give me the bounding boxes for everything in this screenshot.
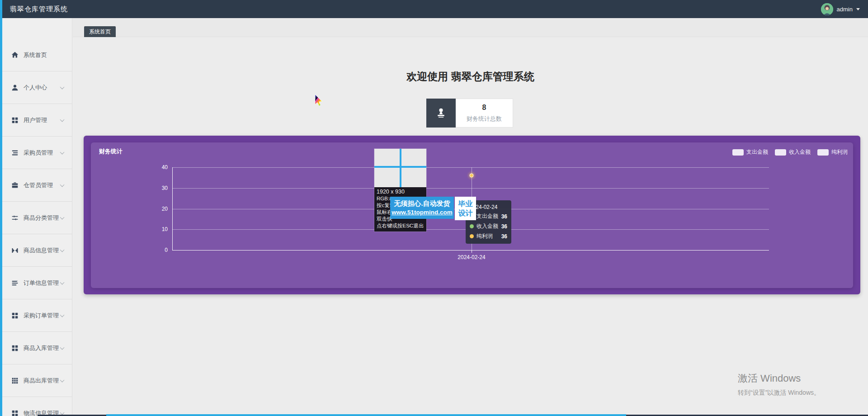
grid-icon bbox=[11, 116, 19, 124]
watermark-link[interactable]: www.51topmind.com bbox=[390, 208, 454, 217]
grid-icon bbox=[11, 409, 19, 416]
magnifier-hint-line: 点右键或按ESC退出 bbox=[377, 222, 424, 229]
sidebar-item-4[interactable]: 采购员管理 bbox=[0, 137, 72, 169]
chevron-down-icon bbox=[60, 117, 65, 122]
sidebar-item-10[interactable]: 商品入库管理 bbox=[0, 332, 72, 364]
chevron-down-icon bbox=[60, 215, 65, 219]
sidebar-item-label: 商品分类管理 bbox=[24, 214, 59, 222]
watermark-badge-line1: 毕业 bbox=[455, 199, 476, 208]
username: admin bbox=[837, 6, 853, 13]
chevron-down-icon bbox=[60, 182, 65, 187]
watermark-badge-line2: 设计 bbox=[455, 208, 476, 218]
stat-label: 财务统计总数 bbox=[467, 115, 502, 123]
chevron-down-icon bbox=[856, 8, 860, 10]
sidebar-item-3[interactable]: 用户管理 bbox=[0, 104, 72, 137]
sidebar-item-5[interactable]: 仓管员管理 bbox=[0, 169, 72, 202]
welcome-title: 欢迎使用 翡翠仓库管理系统 bbox=[73, 70, 868, 84]
sidebar-item-7[interactable]: 商品信息管理 bbox=[0, 234, 72, 267]
sidebar-item-label: 采购员管理 bbox=[24, 149, 53, 157]
grid9-icon bbox=[11, 377, 19, 385]
chevron-down-icon bbox=[60, 150, 65, 154]
gridline-y-0 bbox=[172, 250, 769, 251]
series-color-dot bbox=[470, 234, 474, 238]
grid-icon bbox=[11, 344, 19, 352]
sidebar-item-label: 商品入库管理 bbox=[24, 344, 59, 352]
user-menu[interactable]: admin bbox=[821, 0, 860, 18]
sidebar-item-label: 商品出库管理 bbox=[24, 377, 59, 385]
y-axis-tick-label: 20 bbox=[150, 206, 168, 212]
series-color-dot bbox=[470, 224, 474, 228]
y-axis-tick-label: 10 bbox=[150, 226, 168, 232]
watermark-banner: 无须担心.自动发货 www.51topmind.com bbox=[390, 197, 454, 219]
y-axis-tick-label: 0 bbox=[150, 247, 168, 253]
avatar[interactable] bbox=[821, 3, 833, 15]
chevron-down-icon bbox=[60, 312, 65, 317]
stat-card-finance[interactable]: 8 财务统计总数 bbox=[426, 99, 513, 128]
briefcase-icon bbox=[11, 181, 19, 189]
chevron-down-icon bbox=[60, 85, 65, 89]
lines-icon bbox=[11, 279, 19, 287]
tooltip-series-label: 纯利润 bbox=[476, 232, 493, 240]
watermark-badge: 毕业 设计 bbox=[455, 197, 476, 220]
x-axis-tick bbox=[472, 251, 472, 253]
sidebar-item-9[interactable]: 采购订单管理 bbox=[0, 299, 72, 332]
magnifier-view bbox=[374, 149, 426, 187]
tooltip-series-value: 36 bbox=[501, 223, 507, 230]
watermark-line1: 无须担心.自动发货 bbox=[390, 199, 454, 208]
windows-activation-watermark: 激活 Windows 转到“设置”以激活 Windows。 bbox=[738, 372, 820, 397]
sidebar-item-1[interactable]: 系统首页 bbox=[0, 39, 72, 71]
chevron-down-icon bbox=[60, 345, 65, 350]
tooltip-series-label: 支出金额 bbox=[476, 213, 498, 220]
data-point[interactable] bbox=[470, 174, 474, 178]
list-icon bbox=[11, 149, 19, 157]
seller-watermark: 无须担心.自动发货 www.51topmind.com 毕业 设计 bbox=[390, 197, 476, 220]
windows-activation-title: 激活 Windows bbox=[738, 372, 820, 385]
sidebar-item-label: 仓管员管理 bbox=[24, 181, 53, 189]
capture-bottom-border bbox=[106, 414, 626, 416]
y-axis-line bbox=[172, 167, 173, 251]
capture-left-border bbox=[0, 0, 2, 416]
sidebar-item-11[interactable]: 商品出库管理 bbox=[0, 364, 72, 397]
avatar-image bbox=[821, 3, 833, 15]
tooltip-row: 收入金额36 bbox=[470, 222, 507, 230]
app-root: 翡翠仓库管理系统 admin 系统首页个人中心用户管理采购员管理仓管员管理商品分… bbox=[0, 0, 868, 416]
tooltip-series-label: 收入金额 bbox=[476, 222, 498, 230]
sidebar-item-label: 系统首页 bbox=[24, 51, 47, 59]
sidebar-item-label: 商品信息管理 bbox=[24, 246, 59, 255]
stat-card-body: 8 财务统计总数 bbox=[456, 99, 513, 128]
gridline-y-40 bbox=[172, 167, 769, 168]
sidebar-item-label: 订单信息管理 bbox=[24, 279, 59, 287]
sidebar-item-label: 采购订单管理 bbox=[24, 312, 59, 320]
capture-size-text: 1920 x 930 bbox=[377, 189, 424, 195]
sidebar-item-6[interactable]: 商品分类管理 bbox=[0, 202, 72, 234]
tooltip-row: 纯利润36 bbox=[470, 232, 507, 240]
sidebar-item-8[interactable]: 订单信息管理 bbox=[0, 267, 72, 299]
film-icon bbox=[11, 246, 19, 255]
chevron-down-icon bbox=[60, 410, 65, 415]
sliders-icon bbox=[11, 214, 19, 222]
chevron-down-icon bbox=[60, 378, 65, 382]
y-axis-tick-label: 30 bbox=[150, 185, 168, 191]
y-axis-tick-label: 40 bbox=[150, 164, 168, 170]
tooltip-series-value: 36 bbox=[501, 233, 507, 240]
chevron-down-icon bbox=[60, 247, 65, 252]
tabbar: 系统首页 bbox=[73, 18, 868, 37]
chevron-down-icon bbox=[60, 280, 65, 284]
stamp-icon bbox=[426, 99, 456, 128]
grid-icon bbox=[11, 312, 19, 320]
x-axis-tick-label: 2024-02-24 bbox=[444, 254, 499, 260]
windows-activation-subtitle: 转到“设置”以激活 Windows。 bbox=[738, 389, 820, 397]
home-icon bbox=[11, 51, 19, 59]
sidebar-item-label: 用户管理 bbox=[24, 116, 47, 124]
user-icon bbox=[11, 84, 19, 92]
sidebar: 系统首页个人中心用户管理采购员管理仓管员管理商品分类管理商品信息管理订单信息管理… bbox=[0, 18, 72, 416]
navbar: 翡翠仓库管理系统 admin bbox=[0, 0, 868, 18]
crosshair-vertical bbox=[400, 149, 401, 187]
sidebar-item-2[interactable]: 个人中心 bbox=[0, 71, 72, 104]
app-title: 翡翠仓库管理系统 bbox=[10, 5, 68, 14]
stat-value: 8 bbox=[482, 104, 486, 112]
tooltip-series-value: 36 bbox=[501, 213, 507, 220]
gridline-y-30 bbox=[172, 188, 769, 189]
tab-system-home[interactable]: 系统首页 bbox=[84, 26, 116, 37]
sidebar-item-12[interactable]: 物流信息管理 bbox=[0, 397, 72, 416]
